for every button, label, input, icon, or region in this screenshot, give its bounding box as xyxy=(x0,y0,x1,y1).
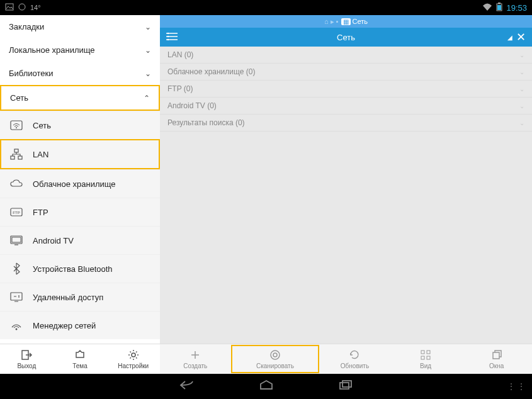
svg-point-1 xyxy=(19,4,25,10)
svg-point-28 xyxy=(271,351,280,359)
main-panel: ⌂ ▸ ▪ ▦ Сеть Сеть ◢ ✕ LAN (0) ⌄ Облачное… xyxy=(160,15,532,374)
toolbar-label: Выход xyxy=(17,362,36,369)
breadcrumb-icons: ⌂ ▸ ▪ xyxy=(324,18,339,26)
sidebar-item-remote[interactable]: Удаленный доступ xyxy=(0,283,160,311)
net-mgr-icon xyxy=(9,319,24,332)
bluetooth-icon xyxy=(9,262,24,275)
section-label: Библиотеки xyxy=(9,69,53,78)
section-label: Закладки xyxy=(9,22,44,31)
svg-rect-30 xyxy=(421,351,424,354)
chevron-down-icon: ⌄ xyxy=(519,103,524,110)
resize-icon[interactable]: ◢ xyxy=(507,34,512,41)
scan-icon xyxy=(269,349,281,361)
toolbar-label: Создать xyxy=(183,362,207,369)
category-lan[interactable]: LAN (0) ⌄ xyxy=(160,47,532,64)
windows-button[interactable]: Окна xyxy=(461,349,532,369)
image-icon xyxy=(5,3,14,13)
status-bar: 14° 19:53 xyxy=(0,0,532,15)
sidebar-item-cloud[interactable]: Облачное хранилище xyxy=(0,169,160,198)
sidebar-section-network[interactable]: Сеть ⌃ xyxy=(0,85,160,111)
scan-button[interactable]: Сканировать xyxy=(231,345,320,373)
close-icon[interactable]: ✕ xyxy=(516,30,526,44)
sidebar-section-bookmarks[interactable]: Закладки ⌄ xyxy=(0,15,160,38)
clock-label: 19:53 xyxy=(506,3,527,13)
category-label: Облачное хранилище (0) xyxy=(167,67,255,76)
sidebar-toolbar: Выход Тема Настройки xyxy=(0,344,160,374)
chevron-down-icon: ⌄ xyxy=(519,86,524,93)
svg-rect-4 xyxy=(497,5,501,10)
toolbar-label: Настройки xyxy=(118,362,149,369)
svg-rect-0 xyxy=(6,4,13,10)
section-label: Сеть xyxy=(10,93,28,103)
menu-icon[interactable] xyxy=(166,31,178,44)
item-label: Менеджер сетей xyxy=(33,321,96,330)
home-button[interactable] xyxy=(258,379,274,393)
lan-icon xyxy=(9,148,24,160)
chevron-down-icon: ⌄ xyxy=(519,69,524,76)
exit-button[interactable]: Выход xyxy=(0,349,54,369)
refresh-button[interactable]: Обновить xyxy=(319,349,390,369)
remote-icon xyxy=(9,291,24,303)
breadcrumb[interactable]: ⌂ ▸ ▪ ▦ Сеть xyxy=(160,15,532,28)
category-search[interactable]: Результаты поиска (0) ⌄ xyxy=(160,115,532,132)
theme-button[interactable]: Тема xyxy=(54,349,107,369)
category-cloud[interactable]: Облачное хранилище (0) ⌄ xyxy=(160,64,532,81)
svg-rect-32 xyxy=(421,356,424,359)
svg-point-22 xyxy=(167,35,169,37)
theme-icon xyxy=(74,349,86,361)
exit-icon xyxy=(21,349,32,361)
category-ftp[interactable]: FTP (0) ⌄ xyxy=(160,81,532,98)
section-label: Локальное хранилище xyxy=(9,45,95,55)
wifi-box-icon xyxy=(9,119,24,132)
plus-icon xyxy=(190,349,201,361)
svg-rect-35 xyxy=(340,383,349,389)
chevron-down-icon: ⌄ xyxy=(519,120,524,126)
sidebar-item-netmgr[interactable]: Менеджер сетей xyxy=(0,311,160,339)
item-label: Сеть xyxy=(33,121,51,130)
recent-button[interactable] xyxy=(337,379,354,393)
wifi-icon xyxy=(482,3,492,13)
category-androidtv[interactable]: Android TV (0) ⌄ xyxy=(160,98,532,115)
toolbar-label: Окна xyxy=(489,362,504,369)
tv-icon xyxy=(9,234,24,247)
sidebar-section-local[interactable]: Локальное хранилище ⌄ xyxy=(0,38,160,62)
item-label: LAN xyxy=(33,150,48,159)
sidebar-section-library[interactable]: Библиотеки ⌄ xyxy=(0,62,160,85)
toolbar-label: Тема xyxy=(72,362,88,369)
android-nav-bar: ⋮⋮ xyxy=(0,374,532,399)
svg-rect-7 xyxy=(14,149,18,152)
windows-icon xyxy=(491,349,502,361)
temperature-label: 14° xyxy=(30,4,41,11)
chevron-down-icon: ⌄ xyxy=(145,46,151,55)
item-label: Облачное хранилище xyxy=(33,179,116,189)
toolbar-label: Обновить xyxy=(341,362,369,369)
nav-dots-icon[interactable]: ⋮⋮ xyxy=(507,381,527,391)
refresh-icon xyxy=(349,349,360,361)
sidebar-item-ftp[interactable]: FTP FTP xyxy=(0,198,160,226)
svg-rect-8 xyxy=(11,156,14,159)
chevron-down-icon: ⌄ xyxy=(145,69,151,78)
toolbar-label: Вид xyxy=(420,362,431,369)
back-button[interactable] xyxy=(179,379,195,393)
main-toolbar: Создать Сканировать Обновить Вид Окна xyxy=(160,344,532,374)
sidebar-item-network[interactable]: Сеть xyxy=(0,111,160,139)
ftp-icon: FTP xyxy=(9,206,24,218)
cloud-icon xyxy=(9,177,24,190)
view-button[interactable]: Вид xyxy=(390,349,461,369)
svg-rect-36 xyxy=(342,381,351,387)
breadcrumb-badge-icon: ▦ xyxy=(341,18,351,25)
shield-icon xyxy=(18,3,26,13)
create-button[interactable]: Создать xyxy=(160,349,231,369)
toolbar-label: Сканировать xyxy=(256,362,294,369)
gear-icon xyxy=(128,349,139,361)
item-label: Устройства Bluetooth xyxy=(33,264,113,274)
settings-button[interactable]: Настройки xyxy=(106,349,160,369)
sidebar-item-lan[interactable]: LAN xyxy=(0,139,160,169)
grid-icon xyxy=(420,349,431,361)
chevron-down-icon: ⌄ xyxy=(145,23,151,31)
sidebar: Закладки ⌄ Локальное хранилище ⌄ Библиот… xyxy=(0,15,160,374)
svg-rect-31 xyxy=(427,351,430,354)
sidebar-item-bluetooth[interactable]: Устройства Bluetooth xyxy=(0,254,160,283)
sidebar-item-androidtv[interactable]: Android TV xyxy=(0,226,160,254)
svg-point-6 xyxy=(16,127,17,128)
